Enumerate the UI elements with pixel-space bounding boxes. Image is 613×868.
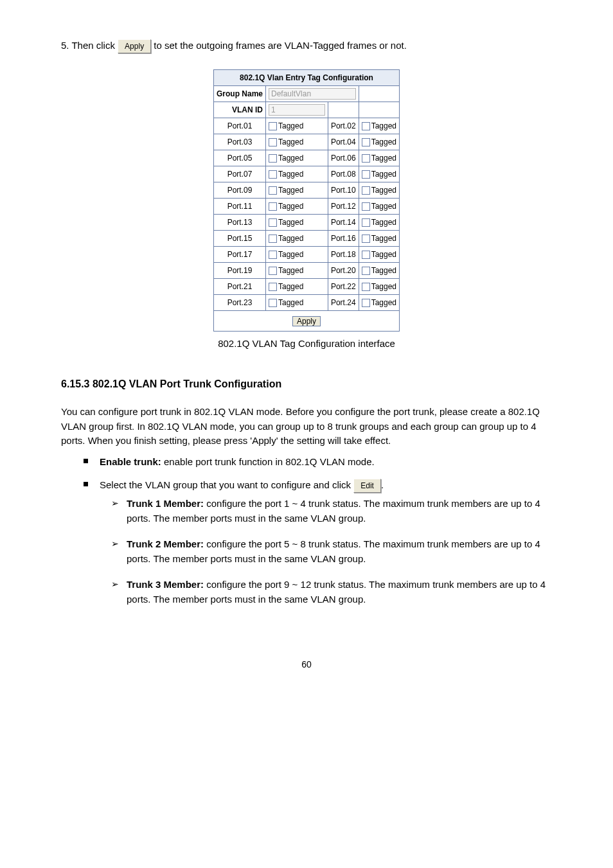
tagged-label: Tagged (278, 218, 303, 227)
top-line-before: 5. Then click (61, 40, 115, 51)
tagged-label: Tagged (278, 170, 303, 179)
bullet-enable-trunk-bold: Enable trunk: (100, 456, 164, 467)
bullet-edit-after: . (381, 479, 384, 490)
tagged-label: Tagged (278, 137, 303, 146)
table-row: Port.09TaggedPort.10Tagged (214, 182, 400, 199)
vlan-id-label: VLAN ID (214, 102, 266, 118)
tagged-label: Tagged (371, 154, 396, 163)
figure-caption: 802.1Q VLAN Tag Configuration interface (61, 337, 552, 351)
vlan-id-input (269, 104, 325, 116)
table-row: Port.03TaggedPort.04Tagged (214, 134, 400, 150)
tagged-label: Tagged (371, 250, 396, 259)
tagged-label: Tagged (371, 298, 396, 307)
port-label: Port.21 (214, 279, 266, 295)
edit-button[interactable]: Edit (353, 479, 381, 493)
tagged-checkbox[interactable] (362, 251, 370, 259)
port-label: Port.12 (328, 199, 359, 215)
tagged-checkbox[interactable] (362, 122, 370, 130)
table-title: 802.1Q Vlan Entry Tag Configuration (214, 70, 400, 86)
port-label: Port.18 (328, 247, 359, 263)
section-heading: 6.15.3 802.1Q VLAN Port Trunk Configurat… (61, 376, 552, 392)
top-paragraph: 5. Then click Apply to set the outgoing … (61, 39, 552, 53)
tagged-checkbox[interactable] (269, 202, 277, 211)
table-row: Port.01TaggedPort.02Tagged (214, 118, 400, 134)
port-label: Port.17 (214, 247, 266, 263)
tagged-label: Tagged (371, 202, 396, 211)
port-label: Port.14 (328, 215, 359, 231)
tagged-checkbox[interactable] (269, 122, 277, 130)
tagged-label: Tagged (371, 282, 396, 291)
port-label: Port.16 (328, 231, 359, 247)
tagged-label: Tagged (371, 170, 396, 179)
sub-trunk1-bold: Trunk 1 Member: (127, 498, 206, 509)
tagged-checkbox[interactable] (362, 267, 370, 275)
tagged-label: Tagged (371, 234, 396, 243)
tagged-label: Tagged (371, 266, 396, 275)
tagged-label: Tagged (371, 121, 396, 130)
tagged-checkbox[interactable] (269, 283, 277, 291)
tagged-checkbox[interactable] (269, 170, 277, 179)
port-label: Port.15 (214, 231, 266, 247)
tagged-label: Tagged (278, 282, 303, 291)
tagged-label: Tagged (278, 298, 303, 307)
table-row: Port.21TaggedPort.22Tagged (214, 279, 400, 295)
tagged-checkbox[interactable] (362, 154, 370, 163)
tagged-label: Tagged (278, 234, 303, 243)
tagged-checkbox[interactable] (269, 251, 277, 259)
tagged-checkbox[interactable] (362, 283, 370, 291)
bullet-edit-vlan: Select the VLAN group that you want to c… (61, 478, 552, 607)
sub-trunk3-bold: Trunk 3 Member: (127, 579, 206, 590)
apply-button-top[interactable]: Apply (118, 39, 151, 53)
tagged-checkbox[interactable] (269, 138, 277, 146)
port-label: Port.08 (328, 166, 359, 182)
tagged-checkbox[interactable] (269, 267, 277, 275)
port-label: Port.13 (214, 215, 266, 231)
tagged-checkbox[interactable] (269, 186, 277, 195)
tagged-checkbox[interactable] (269, 299, 277, 307)
tagged-checkbox[interactable] (362, 235, 370, 243)
bullet-enable-trunk-text: enable port trunk function in 802.1Q VLA… (164, 456, 375, 467)
tagged-checkbox[interactable] (362, 170, 370, 179)
port-label: Port.02 (328, 118, 359, 134)
tagged-label: Tagged (278, 250, 303, 259)
table-row: Port.11TaggedPort.12Tagged (214, 199, 400, 215)
sub-trunk2-bold: Trunk 2 Member: (127, 538, 206, 549)
tagged-checkbox[interactable] (269, 218, 277, 227)
sub-trunk2: Trunk 2 Member: configure the port 5 ~ 8… (100, 537, 552, 566)
tagged-checkbox[interactable] (269, 154, 277, 163)
port-label: Port.04 (328, 134, 359, 150)
vlan-tag-config-figure: 802.1Q Vlan Entry Tag Configuration Grou… (213, 69, 400, 332)
tagged-checkbox[interactable] (362, 186, 370, 195)
bullet-edit-before: Select the VLAN group that you want to c… (100, 479, 353, 490)
table-row: Port.07TaggedPort.08Tagged (214, 166, 400, 182)
top-line-after: to set the outgoing frames are VLAN-Tagg… (154, 40, 407, 51)
tagged-label: Tagged (278, 154, 303, 163)
tagged-label: Tagged (371, 137, 396, 146)
port-label: Port.23 (214, 295, 266, 311)
port-label: Port.09 (214, 182, 266, 199)
sub-trunk1: Trunk 1 Member: configure the port 1 ~ 4… (100, 497, 552, 526)
group-name-input (269, 88, 356, 100)
tagged-checkbox[interactable] (362, 202, 370, 211)
tagged-label: Tagged (371, 186, 396, 195)
tagged-checkbox[interactable] (362, 299, 370, 307)
port-label: Port.22 (328, 279, 359, 295)
tagged-label: Tagged (371, 218, 396, 227)
port-label: Port.19 (214, 263, 266, 279)
table-row: Port.23TaggedPort.24Tagged (214, 295, 400, 311)
sub-trunk3: Trunk 3 Member: configure the port 9 ~ 1… (100, 578, 552, 607)
table-row: Port.05TaggedPort.06Tagged (214, 150, 400, 166)
table-row: Port.15TaggedPort.16Tagged (214, 231, 400, 247)
tagged-label: Tagged (278, 186, 303, 195)
tagged-checkbox[interactable] (362, 218, 370, 227)
apply-button-table[interactable]: Apply (292, 316, 321, 326)
group-name-label: Group Name (214, 86, 266, 102)
bullet-enable-trunk: Enable trunk: enable port trunk function… (61, 455, 552, 470)
table-row: Port.13TaggedPort.14Tagged (214, 215, 400, 231)
page-number: 60 (61, 658, 552, 671)
port-label: Port.03 (214, 134, 266, 150)
port-label: Port.07 (214, 166, 266, 182)
table-row: Port.19TaggedPort.20Tagged (214, 263, 400, 279)
tagged-checkbox[interactable] (269, 235, 277, 243)
tagged-checkbox[interactable] (362, 138, 370, 146)
